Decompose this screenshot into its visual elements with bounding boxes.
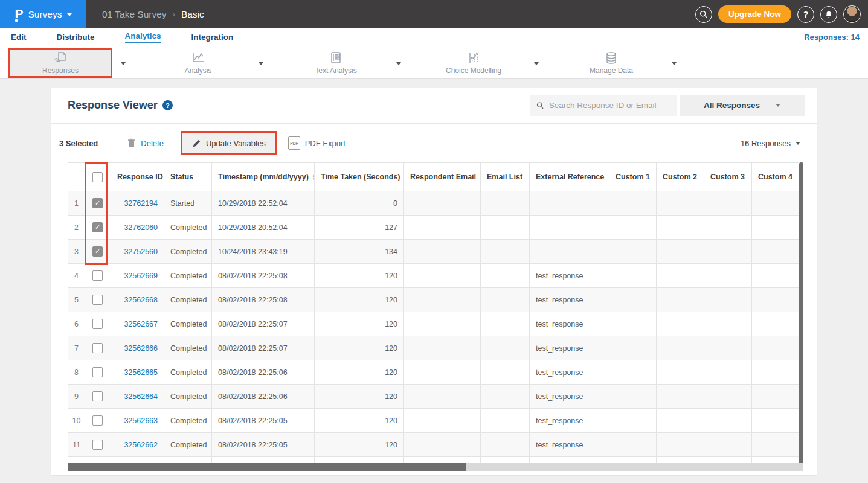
help-badge-icon[interactable]: ? <box>162 100 173 110</box>
help-button[interactable]: ? <box>797 6 814 23</box>
response-id-link[interactable]: 32752560 <box>124 248 158 256</box>
delete-button[interactable]: Delete <box>127 138 164 148</box>
search-button[interactable] <box>695 6 712 23</box>
checkbox-cell <box>85 360 111 385</box>
breadcrumb-survey[interactable]: 01 Take Survey <box>102 9 167 20</box>
manage-data-button[interactable]: Manage Data <box>559 48 663 78</box>
breadcrumb-page: Basic <box>181 9 204 20</box>
checkbox-cell <box>85 336 111 360</box>
brand-menu[interactable]: P Surveys <box>0 0 86 28</box>
column-label: Email List <box>487 173 522 181</box>
cell-status: Completed <box>164 433 212 457</box>
column-header-id[interactable]: Response ID▴▾ <box>111 163 164 191</box>
cell-respondent-email <box>404 409 481 433</box>
checkbox-cell <box>85 312 111 336</box>
response-id-link[interactable]: 32562667 <box>124 320 158 328</box>
choice-modelling-dropdown-caret[interactable] <box>530 56 542 69</box>
tab-distribute[interactable]: Distribute <box>57 33 95 42</box>
cell-time-taken: 120 <box>315 433 404 457</box>
search-input[interactable] <box>549 101 671 110</box>
cell-custom-3 <box>704 385 752 409</box>
response-id-link[interactable]: 32562669 <box>124 272 158 280</box>
row-number: 5 <box>68 288 85 312</box>
cell-email-list <box>481 191 530 216</box>
response-id-link[interactable]: 32562664 <box>124 392 158 401</box>
cell-respondent-email <box>404 240 481 264</box>
text-analysis-button[interactable]: Text Analysis <box>284 48 388 78</box>
response-id-link[interactable]: 32562668 <box>124 296 158 304</box>
cell-email-list <box>481 216 530 240</box>
response-filter-dropdown[interactable]: All Responses <box>680 95 805 116</box>
tab-analytics[interactable]: Analytics <box>125 31 161 43</box>
row-checkbox[interactable] <box>92 270 103 281</box>
row-checkbox[interactable] <box>92 319 103 329</box>
column-header-timestamp[interactable]: Timestamp (mm/dd/yyyy)▴▾ <box>212 163 315 191</box>
cell-external-reference <box>530 216 609 240</box>
cell-external-reference: test_response <box>530 433 609 457</box>
text-analysis-dropdown-caret[interactable] <box>393 56 405 69</box>
row-checkbox[interactable]: ✓ <box>92 246 103 257</box>
row-checkbox[interactable]: ✓ <box>92 222 103 232</box>
cell-custom-2 <box>657 336 704 360</box>
cell-external-reference: test_response <box>530 336 609 360</box>
cell-time-taken: 120 <box>315 288 404 312</box>
response-id-link[interactable]: 32562662 <box>124 441 158 449</box>
responses-button[interactable]: Responses <box>8 48 112 78</box>
tab-edit[interactable]: Edit <box>11 33 27 42</box>
cell-time-taken: 120 <box>315 409 404 433</box>
analysis-dropdown-caret[interactable] <box>255 56 267 69</box>
cell-time-taken: 134 <box>315 240 404 264</box>
notifications-button[interactable] <box>820 6 837 23</box>
pdf-export-button[interactable]: PDF PDF Export <box>288 136 346 150</box>
checkbox-cell <box>85 433 111 457</box>
selected-count: 3 Selected <box>59 139 98 148</box>
cell-custom-3 <box>704 264 752 288</box>
chevron-down-icon <box>796 142 800 145</box>
response-id-link[interactable]: 32562665 <box>124 368 158 377</box>
bell-icon <box>825 10 833 19</box>
vertical-scrollbar[interactable] <box>799 162 803 471</box>
row-checkbox[interactable] <box>92 415 103 426</box>
upgrade-now-button[interactable]: Upgrade Now <box>718 5 791 23</box>
cell-timestamp: 08/02/2018 22:25:05 <box>212 409 315 433</box>
column-label: Respondent Email <box>410 173 476 181</box>
row-checkbox[interactable] <box>92 343 103 353</box>
column-header-check <box>85 163 111 191</box>
cell-custom-2 <box>657 433 704 457</box>
avatar[interactable] <box>843 5 861 23</box>
module-analysis: Analysis <box>146 46 284 78</box>
cell-status: Completed <box>164 385 212 409</box>
choice-modelling-button[interactable]: Choice Modelling <box>422 48 526 78</box>
response-id-link[interactable]: 32562663 <box>124 417 158 425</box>
responses-count: Responses: 14 <box>804 33 860 42</box>
response-id-link[interactable]: 32762194 <box>124 199 158 208</box>
row-checkbox[interactable]: ✓ <box>92 198 103 208</box>
table-row: 1✓32762194Started10/29/2018 22:52:040 <box>68 191 799 216</box>
cell-custom-2 <box>657 360 704 385</box>
response-id-link[interactable]: 32562666 <box>124 344 158 353</box>
column-header-time[interactable]: Time Taken (Seconds)▴▾ <box>315 163 404 191</box>
cell-custom-4 <box>752 288 799 312</box>
cell-custom-1 <box>609 433 657 457</box>
manage-data-dropdown-caret[interactable] <box>668 56 680 69</box>
responses-dropdown-caret[interactable] <box>117 56 129 69</box>
horizontal-scrollbar-track[interactable] <box>68 463 803 471</box>
horizontal-scrollbar-thumb[interactable] <box>68 463 466 471</box>
table-action-bar: 3 Selected Delete Update Variables PDF P… <box>51 124 817 162</box>
manage-data-icon <box>604 51 619 65</box>
update-variables-button[interactable]: Update Variables <box>181 131 277 155</box>
row-checkbox[interactable] <box>92 391 103 401</box>
cell-respondent-email <box>404 360 481 385</box>
response-id-link[interactable]: 32762060 <box>124 223 158 232</box>
cell-email-list <box>481 385 530 409</box>
cell-time-taken: 120 <box>315 312 404 336</box>
analysis-button[interactable]: Analysis <box>146 48 250 78</box>
select-all-checkbox[interactable] <box>92 172 103 182</box>
row-checkbox[interactable] <box>92 440 103 450</box>
cell-custom-1 <box>609 191 657 216</box>
row-checkbox[interactable] <box>92 295 103 305</box>
row-checkbox[interactable] <box>92 367 103 377</box>
search-icon <box>699 10 708 19</box>
tab-integration[interactable]: Integration <box>191 33 234 42</box>
responses-count-dropdown[interactable]: 16 Responses <box>741 139 800 148</box>
